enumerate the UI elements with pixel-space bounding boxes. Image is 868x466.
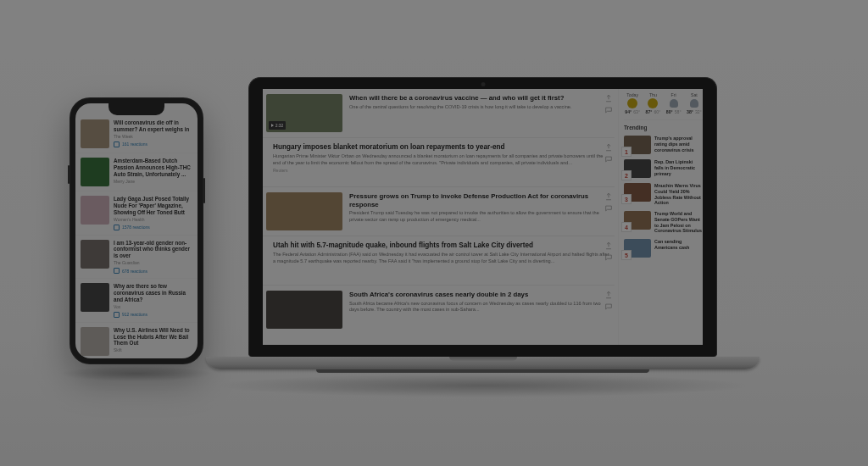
weather-lo: 60° — [654, 109, 660, 114]
trending-header: Trending — [624, 125, 703, 130]
phone-news-list[interactable]: Will coronavirus die off in summer? An e… — [75, 103, 198, 358]
trending-item[interactable]: 3 Mnuchin Warns Virus Could Yield 20% Jo… — [624, 180, 703, 208]
video-badge: 2:32 — [269, 121, 286, 130]
article-actions — [604, 143, 613, 164]
weather-day[interactable]: Today 94°63° — [624, 92, 641, 114]
trending-item[interactable]: 2 Rep. Dan Lipinski falls in Democratic … — [624, 157, 703, 180]
news-meta[interactable]: 912 reactions — [114, 312, 192, 318]
weather-hi: 80° — [666, 109, 673, 114]
news-source: The Week — [114, 134, 192, 139]
article-title[interactable]: Utah hit with 5.7-magnitude quake, inbou… — [273, 241, 611, 250]
trending-title: Rep. Dan Lipinski falls in Democratic pr… — [654, 159, 703, 176]
article-title[interactable]: Pressure grows on Trump to invoke Defens… — [349, 192, 611, 208]
news-item[interactable]: Amsterdam-Based Dutch Passion Announces … — [75, 153, 198, 191]
laptop-lid: 2:32 When will there be a coronavirus va… — [248, 77, 717, 357]
cloud-icon — [670, 99, 678, 108]
trending-rank: 4 — [622, 223, 631, 231]
article-actions — [604, 241, 613, 262]
article-summary: The Federal Aviation Administration (FAA… — [273, 252, 611, 264]
trending-item[interactable]: 1 Trump's approval rating dips amid coro… — [624, 133, 703, 157]
phone-shadow — [59, 366, 212, 381]
comment-icon[interactable] — [604, 155, 613, 164]
article-thumb[interactable] — [266, 192, 342, 230]
article-title[interactable]: South Africa's coronavirus cases nearly … — [349, 291, 611, 299]
news-source: Skift — [114, 347, 192, 352]
share-icon[interactable] — [604, 143, 613, 152]
article-list[interactable]: 2:32 When will there be a coronavirus va… — [263, 89, 618, 345]
article-actions — [604, 291, 613, 311]
article-title[interactable]: Hungary imposes blanket moratorium on lo… — [273, 143, 611, 152]
trending-item[interactable]: 5 Can sending Americans cash — [624, 236, 703, 260]
weather-day-label: Fri — [665, 92, 682, 97]
news-item[interactable]: Will coronavirus die off in summer? An e… — [75, 115, 198, 153]
news-source: Vox — [114, 304, 192, 309]
reaction-count: 1578 reactions — [122, 225, 150, 230]
trending-item[interactable]: 4 Trump World and Senate GOPers Want to … — [624, 208, 703, 236]
article-row[interactable]: South Africa's coronavirus cases nearly … — [263, 285, 615, 334]
article-row[interactable]: 2:32 When will there be a coronavirus va… — [263, 89, 615, 137]
reaction-icon[interactable] — [114, 268, 120, 274]
weather-day[interactable]: Sat 38°32° — [686, 92, 703, 114]
news-item[interactable]: I am 13-year-old gender non-conformist w… — [75, 236, 198, 280]
comment-icon[interactable] — [604, 204, 613, 213]
comment-icon[interactable] — [604, 302, 613, 311]
trending-rank: 2 — [622, 171, 631, 180]
weather-widget[interactable]: Today 94°63° Thu 87°60° Fri — [624, 89, 703, 120]
news-meta[interactable]: 1578 reactions — [114, 225, 192, 230]
trending-title: Mnuchin Warns Virus Could Yield 20% Jobl… — [654, 183, 703, 206]
news-item[interactable]: Why are there so few coronavirus cases i… — [75, 279, 198, 323]
comment-icon[interactable] — [604, 106, 613, 114]
weather-day-label: Sat — [686, 92, 703, 97]
trending-title: Can sending Americans cash — [654, 239, 703, 251]
trending-thumb: 3 — [624, 183, 651, 202]
laptop-shadow — [214, 374, 751, 397]
weather-lo: 32° — [695, 109, 702, 114]
article-actions — [604, 94, 613, 114]
article-row[interactable]: Hungary imposes blanket moratorium on lo… — [263, 137, 615, 186]
phone-notch — [108, 103, 164, 115]
reaction-icon[interactable] — [114, 141, 120, 147]
news-thumb — [81, 283, 109, 312]
share-icon[interactable] — [604, 291, 613, 299]
comment-icon[interactable] — [604, 253, 613, 262]
article-row[interactable]: Utah hit with 5.7-magnitude quake, inbou… — [263, 236, 615, 285]
laptop-base — [206, 357, 760, 369]
right-rail: Today 94°63° Thu 87°60° Fri — [618, 89, 703, 345]
article-row[interactable]: Pressure grows on Trump to invoke Defens… — [263, 186, 615, 236]
reaction-count: 678 reactions — [122, 269, 147, 274]
news-meta[interactable]: 678 reactions — [114, 268, 192, 274]
trending-title: Trump World and Senate GOPers Want to Ja… — [654, 211, 703, 234]
phone-screen: Will coronavirus die off in summer? An e… — [75, 103, 198, 358]
news-source: Women's Health — [114, 217, 192, 222]
share-icon[interactable] — [604, 192, 613, 201]
trending-thumb: 1 — [624, 136, 651, 154]
trending-rank: 3 — [622, 195, 631, 203]
news-meta[interactable]: 161 reactions — [114, 141, 192, 147]
laptop-camera — [481, 82, 485, 86]
trending-thumb: 5 — [624, 239, 651, 258]
news-thumb — [81, 327, 109, 356]
reaction-icon[interactable] — [114, 225, 120, 230]
news-item[interactable]: Lady Gaga Just Posed Totally Nude For 'P… — [75, 191, 198, 236]
sun-icon — [648, 99, 657, 108]
reaction-icon[interactable] — [114, 312, 120, 318]
article-thumb[interactable]: 2:32 — [266, 94, 342, 132]
article-thumb[interactable] — [266, 291, 342, 329]
reaction-count: 912 reactions — [122, 312, 147, 317]
weather-lo: 63° — [633, 109, 640, 114]
article-title[interactable]: When will there be a coronavirus vaccine… — [349, 94, 611, 103]
news-source: The Guardian — [114, 260, 192, 265]
laptop-device: 2:32 When will there be a coronavirus va… — [248, 77, 717, 373]
news-item[interactable]: Why U.S. Airlines Will Need to Lose the … — [75, 323, 198, 358]
reaction-count: 161 reactions — [122, 141, 147, 147]
weather-day[interactable]: Fri 80°58° — [665, 92, 682, 114]
article-actions — [604, 192, 613, 213]
cloud-icon — [690, 99, 698, 108]
weather-day-label: Today — [624, 92, 641, 97]
weather-day-label: Thu — [644, 92, 661, 97]
share-icon[interactable] — [604, 94, 613, 103]
weather-day[interactable]: Thu 87°60° — [644, 92, 661, 114]
news-title: Lady Gaga Just Posed Totally Nude For 'P… — [114, 196, 192, 216]
news-title: Why are there so few coronavirus cases i… — [114, 283, 192, 303]
share-icon[interactable] — [604, 241, 613, 250]
